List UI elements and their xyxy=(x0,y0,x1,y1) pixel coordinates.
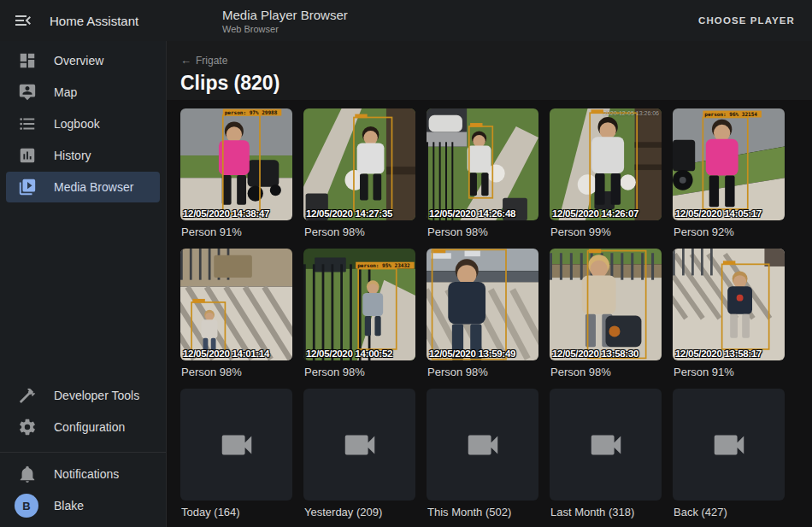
clip-thumbnail[interactable]: person: 96% 3215412/05/2020 14:05:17 xyxy=(673,108,785,220)
play-box-multiple-icon xyxy=(18,178,37,196)
sidebar-item-label: Overview xyxy=(54,54,103,67)
clip-scene: person: 95% 23432 xyxy=(303,249,415,360)
back-arrow-icon: ← xyxy=(180,54,191,67)
clip-timestamp: 12/05/2020 14:26:07 xyxy=(552,208,638,219)
main-content: ← Frigate Clips (820) person: 97% 299881… xyxy=(167,41,812,527)
svg-text:person: 95% 23432: person: 95% 23432 xyxy=(357,262,410,269)
sidebar-item-logbook[interactable]: Logbook xyxy=(6,108,160,139)
choose-player-button[interactable]: CHOOSE PLAYER xyxy=(695,10,798,31)
breadcrumb-label: Frigate xyxy=(196,55,227,67)
clip-scene: person: 97% 29988 xyxy=(180,108,292,220)
clip-caption: Person 98% xyxy=(304,225,415,238)
clip-caption: Person 91% xyxy=(674,366,785,378)
clip-tile[interactable]: 12/05/2020 14:27:35Person 98% xyxy=(303,108,415,238)
folder-tile-last-month[interactable]: Last Month (318) xyxy=(550,389,662,518)
svg-text:person: 96% 32154: person: 96% 32154 xyxy=(704,111,757,118)
panel-title-block: Media Player Browser Web Browser xyxy=(222,8,348,34)
sidebar-item-label: Notifications xyxy=(54,467,119,481)
clip-scene xyxy=(427,249,538,360)
clip-thumbnail[interactable]: 12/05/2020 13:58:17 xyxy=(673,249,785,360)
clip-scene xyxy=(427,108,538,220)
top-bar: Home Assistant Media Player Browser Web … xyxy=(0,0,812,41)
sidebar-item-map[interactable]: Map xyxy=(6,77,160,108)
clip-tile[interactable]: 12/05/2020 14:26:48Person 98% xyxy=(427,108,538,238)
sidebar-toggle-icon[interactable] xyxy=(13,10,33,31)
sidebar-item-label: Map xyxy=(54,85,77,99)
clip-thumbnail[interactable]: 12/05/2020 13:59:49 xyxy=(427,249,538,360)
sidebar-item-developer-tools[interactable]: Developer Tools xyxy=(6,380,160,411)
clip-timestamp: 12/05/2020 14:05:17 xyxy=(675,208,762,219)
clip-caption: Person 98% xyxy=(550,366,662,378)
folder-label: Yesterday (209) xyxy=(304,506,415,518)
sidebar-item-history[interactable]: History xyxy=(6,140,160,171)
sidebar-item-label: Developer Tools xyxy=(54,389,139,402)
format-list-bulleted-icon xyxy=(18,114,37,133)
top-bar-left: Home Assistant xyxy=(0,10,167,31)
clip-scene xyxy=(550,249,662,360)
sidebar-spacer xyxy=(0,203,166,379)
folder-thumbnail[interactable] xyxy=(303,389,415,501)
view-dashboard-icon xyxy=(18,51,37,70)
sidebar-item-media-browser[interactable]: Media Browser xyxy=(6,172,160,202)
clip-tile[interactable]: 12/05/2020 13:58:30Person 98% xyxy=(550,249,662,378)
app-window: Home Assistant Media Player Browser Web … xyxy=(0,0,812,527)
sidebar-tools-list: Developer ToolsConfiguration xyxy=(0,379,166,443)
folder-label: This Month (502) xyxy=(427,506,538,518)
clip-thumbnail[interactable]: 12/05/2020 14:01:14 xyxy=(180,249,292,360)
chart-box-icon xyxy=(18,146,37,165)
clip-timestamp: 12/05/2020 14:01:14 xyxy=(183,348,269,359)
panel-subtitle: Web Browser xyxy=(222,24,348,34)
sidebar-bottom: Notifications B Blake xyxy=(0,452,166,527)
folder-thumbnail[interactable] xyxy=(180,389,292,501)
sidebar-main-list: OverviewMapLogbookHistoryMedia Browser xyxy=(0,44,166,203)
clip-thumbnail[interactable]: 12/05/2020 13:58:30 xyxy=(550,249,662,360)
folder-thumbnail[interactable] xyxy=(550,389,662,501)
folder-label: Last Month (318) xyxy=(550,506,662,518)
clip-thumbnail[interactable]: 2020-12-05 13:26:0612/05/2020 14:26:07 xyxy=(550,108,662,220)
sidebar-item-user[interactable]: B Blake xyxy=(6,490,160,521)
folder-tile-yesterday[interactable]: Yesterday (209) xyxy=(303,389,415,518)
cog-icon xyxy=(18,418,37,436)
sidebar-item-overview[interactable]: Overview xyxy=(6,45,160,76)
clip-scene xyxy=(673,249,785,360)
clip-thumbnail[interactable]: person: 97% 2998812/05/2020 14:38:47 xyxy=(180,108,292,220)
clip-timestamp: 12/05/2020 13:59:49 xyxy=(429,348,515,359)
folder-tile-this-month[interactable]: This Month (502) xyxy=(427,389,538,518)
clip-timestamp: 12/05/2020 14:38:47 xyxy=(183,208,269,219)
sidebar-item-label: History xyxy=(54,149,91,162)
clip-tile[interactable]: 2020-12-05 13:26:0612/05/2020 14:26:07Pe… xyxy=(550,108,662,238)
page-title: Clips (820) xyxy=(180,72,798,95)
clip-tile[interactable]: 12/05/2020 14:01:14Person 98% xyxy=(180,249,292,378)
clip-tile[interactable]: person: 95% 2343212/05/2020 14:00:52Pers… xyxy=(303,249,415,378)
sidebar-item-notifications[interactable]: Notifications xyxy=(6,459,160,489)
clip-timestamp: 12/05/2020 13:58:30 xyxy=(552,348,638,359)
clip-caption: Person 98% xyxy=(427,225,538,238)
sidebar-item-label: Logbook xyxy=(54,117,100,131)
avatar: B xyxy=(15,494,38,518)
clip-tile[interactable]: person: 96% 3215412/05/2020 14:05:17Pers… xyxy=(673,108,785,238)
folder-tile-back[interactable]: Back (427) xyxy=(673,389,785,518)
clip-scene xyxy=(550,108,662,220)
folder-tile-today[interactable]: Today (164) xyxy=(180,389,292,518)
folder-thumbnail[interactable] xyxy=(427,389,538,501)
clip-tile[interactable]: person: 97% 2998812/05/2020 14:38:47Pers… xyxy=(180,108,292,238)
clip-thumbnail[interactable]: 12/05/2020 14:26:48 xyxy=(427,108,538,220)
tooltip-account-icon xyxy=(18,83,37,102)
clip-caption: Person 92% xyxy=(674,225,785,238)
panel-title: Media Player Browser xyxy=(222,8,348,22)
sidebar: OverviewMapLogbookHistoryMedia Browser D… xyxy=(0,41,167,527)
media-browser-header: ← Frigate Clips (820) xyxy=(167,41,812,100)
clip-thumbnail[interactable]: 12/05/2020 14:27:35 xyxy=(303,108,415,220)
breadcrumb[interactable]: ← Frigate xyxy=(180,54,227,67)
clip-thumbnail[interactable]: person: 95% 2343212/05/2020 14:00:52 xyxy=(303,249,415,360)
clip-tile[interactable]: 12/05/2020 13:59:49Person 98% xyxy=(427,249,538,378)
clips-grid: person: 97% 2998812/05/2020 14:38:47Pers… xyxy=(167,100,812,518)
sidebar-item-configuration[interactable]: Configuration xyxy=(6,412,160,442)
video-camera-icon xyxy=(709,425,749,465)
clip-timestamp: 12/05/2020 13:58:17 xyxy=(675,348,762,359)
clip-tile[interactable]: 12/05/2020 13:58:17Person 91% xyxy=(673,249,785,378)
clip-timestamp: 12/05/2020 14:27:35 xyxy=(306,208,392,219)
clip-scene: person: 96% 32154 xyxy=(673,108,785,220)
clip-caption: Person 91% xyxy=(181,225,292,238)
folder-thumbnail[interactable] xyxy=(673,389,785,501)
